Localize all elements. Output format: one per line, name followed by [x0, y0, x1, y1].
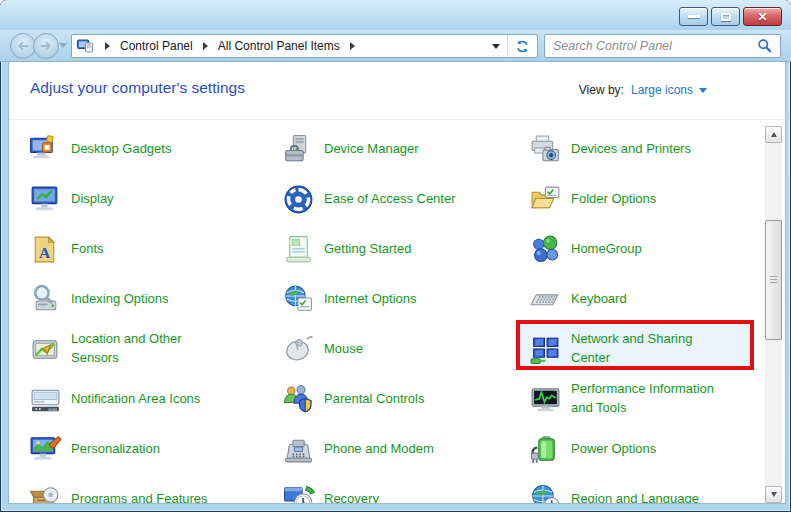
view-by-value: Large icons	[631, 83, 693, 97]
power-options-icon	[529, 433, 562, 466]
item-label: Getting Started	[324, 240, 411, 259]
close-button[interactable]: ✕	[743, 7, 782, 26]
item-label: Ease of Access Center	[324, 190, 456, 209]
control-panel-grid: Desktop GadgetsDevice ManagerDevices and…	[9, 120, 785, 503]
region-language-icon	[529, 483, 562, 504]
item-label: Mouse	[324, 340, 363, 359]
triangle-up-icon	[771, 132, 777, 137]
svg-text:0:00: 0:00	[48, 406, 57, 411]
item-ease-of-access[interactable]: Ease of Access Center	[282, 174, 529, 224]
getting-started-icon	[282, 233, 315, 266]
address-bar[interactable]: Control Panel All Control Panel Items	[71, 34, 538, 58]
item-label: Notification Area Icons	[71, 390, 200, 409]
item-keyboard[interactable]: Keyboard	[529, 274, 757, 324]
view-by-control: View by: Large icons	[579, 83, 707, 97]
scroll-up-button[interactable]	[765, 126, 782, 143]
item-power-options[interactable]: Power Options	[529, 424, 757, 474]
item-label: Internet Options	[324, 290, 417, 309]
maximize-icon	[721, 13, 731, 21]
item-label: Location and Other Sensors	[71, 330, 182, 368]
item-devices-and-printers[interactable]: Devices and Printers	[529, 124, 757, 174]
item-label: Indexing Options	[71, 290, 169, 309]
phone-modem-icon	[282, 433, 315, 466]
performance-icon	[529, 383, 562, 416]
view-by-dropdown[interactable]: Large icons	[631, 83, 707, 97]
search-box	[544, 34, 781, 58]
item-label: Device Manager	[324, 140, 419, 159]
minimize-icon	[688, 15, 700, 18]
control-panel-window: ✕ Control Panel All Control Panel Items	[0, 0, 791, 512]
item-label: Fonts	[71, 240, 104, 259]
item-recovery[interactable]: Recovery	[282, 474, 529, 503]
maximize-button[interactable]	[711, 7, 740, 26]
indexing-options-icon	[29, 283, 62, 316]
internet-options-icon	[282, 283, 315, 316]
item-display[interactable]: Display	[29, 174, 282, 224]
caption-buttons: ✕	[679, 7, 782, 26]
refresh-icon	[515, 39, 530, 54]
scroll-down-button[interactable]	[765, 486, 782, 503]
item-label: Personalization	[71, 440, 160, 459]
breadcrumb-item-control-panel[interactable]: Control Panel	[118, 36, 195, 56]
minimize-button[interactable]	[679, 7, 708, 26]
notification-area-icon: 0:00	[29, 383, 62, 416]
item-label: Programs and Features	[71, 490, 208, 503]
scrollbar-thumb[interactable]	[765, 220, 782, 340]
display-icon	[29, 183, 62, 216]
item-homegroup[interactable]: HomeGroup	[529, 224, 757, 274]
address-dropdown-button[interactable]	[485, 35, 507, 57]
mouse-icon	[282, 333, 315, 366]
location-sensors-icon	[29, 333, 62, 366]
item-folder-options[interactable]: Folder Options	[529, 174, 757, 224]
item-label: Keyboard	[571, 290, 627, 309]
item-label: Desktop Gadgets	[71, 140, 171, 159]
search-input[interactable]	[545, 39, 757, 53]
item-label: Performance Information and Tools	[571, 380, 714, 418]
refresh-button[interactable]	[507, 35, 537, 57]
item-programs-features[interactable]: Programs and Features	[29, 474, 282, 503]
item-label: Devices and Printers	[571, 140, 691, 159]
item-phone-modem[interactable]: Phone and Modem	[282, 424, 529, 474]
item-label: Parental Controls	[324, 390, 424, 409]
item-label: Power Options	[571, 440, 656, 459]
item-label: Network and Sharing Center	[571, 330, 692, 368]
ease-of-access-icon	[282, 183, 315, 216]
item-parental-controls[interactable]: Parental Controls	[282, 374, 529, 424]
navbar-controls: Control Panel All Control Panel Items	[0, 30, 791, 62]
item-device-manager[interactable]: Device Manager	[282, 124, 529, 174]
item-notification-area[interactable]: 0:00Notification Area Icons	[29, 374, 282, 424]
parental-controls-icon	[282, 383, 315, 416]
close-icon: ✕	[757, 11, 767, 23]
keyboard-icon	[529, 283, 562, 316]
personalization-icon	[29, 433, 62, 466]
search-icon[interactable]	[757, 38, 773, 54]
item-network-sharing[interactable]: Network and Sharing Center	[529, 324, 757, 374]
fonts-icon: A	[29, 233, 62, 266]
device-manager-icon	[282, 133, 315, 166]
homegroup-icon	[529, 233, 562, 266]
item-region-language[interactable]: Region and Language	[529, 474, 757, 503]
item-internet-options[interactable]: Internet Options	[282, 274, 529, 324]
item-fonts[interactable]: AFonts	[29, 224, 282, 274]
item-desktop-gadgets[interactable]: Desktop Gadgets	[29, 124, 282, 174]
breadcrumb-chevron-icon[interactable]	[105, 42, 110, 50]
control-panel-icon	[77, 38, 93, 54]
item-indexing-options[interactable]: Indexing Options	[29, 274, 282, 324]
titlebar[interactable]: ✕	[0, 0, 791, 30]
item-mouse[interactable]: Mouse	[282, 324, 529, 374]
network-sharing-icon	[529, 333, 562, 366]
vertical-scrollbar[interactable]	[765, 126, 782, 503]
item-location-sensors[interactable]: Location and Other Sensors	[29, 324, 282, 374]
breadcrumb-item-all-control-panel-items[interactable]: All Control Panel Items	[216, 36, 342, 56]
scrollbar-grip-icon	[770, 276, 777, 284]
item-performance[interactable]: Performance Information and Tools	[529, 374, 757, 424]
page-header: Adjust your computer's settings View by:…	[9, 62, 785, 119]
item-personalization[interactable]: Personalization	[29, 424, 282, 474]
breadcrumb-chevron-icon[interactable]	[350, 42, 355, 50]
triangle-down-icon	[771, 492, 777, 497]
svg-text:A: A	[39, 243, 51, 260]
chevron-down-icon	[492, 44, 500, 49]
breadcrumb-chevron-icon[interactable]	[203, 42, 208, 50]
devices-and-printers-icon	[529, 133, 562, 166]
item-getting-started[interactable]: Getting Started	[282, 224, 529, 274]
